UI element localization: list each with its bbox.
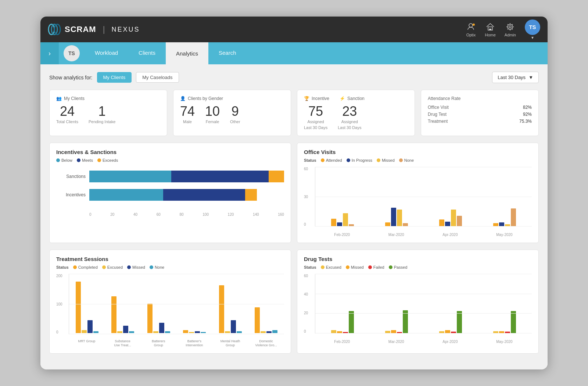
bar-group <box>385 208 408 226</box>
ts-bar <box>82 330 87 333</box>
ts-bar <box>159 323 164 333</box>
ts-bar <box>195 331 200 333</box>
drug-tests-chart-area: 6040200Feb-2020Mar-2020Apr-2020May-2020 <box>304 274 532 344</box>
x-labels: Feb-2020Mar-2020Apr-2020May-2020 <box>315 233 532 237</box>
chart-bars-area <box>315 274 532 333</box>
attendance-rows: Office Visit82%Drug Test92%Treatment75.3… <box>428 105 532 124</box>
app-wrapper: SCRAM | NEXUS Optix Home <box>40 17 548 369</box>
user-group-icon: 👥 <box>56 96 62 101</box>
nav-home[interactable]: Home <box>485 22 495 37</box>
office-visits-title: Office Visits <box>304 149 532 155</box>
ts-bar-group <box>111 296 134 333</box>
incentive-number: 75 Assigned Last 30 Days <box>304 105 327 130</box>
stat-card-attendance: Attendance Rate Office Visit82%Drug Test… <box>421 90 539 136</box>
svg-rect-6 <box>489 29 491 30</box>
legend-item: None <box>150 265 164 269</box>
grid-line <box>69 304 284 304</box>
charts-row-1: Incentives & Sanctions BelowMeetsExceeds… <box>49 143 539 243</box>
hbar-track <box>89 171 284 182</box>
legend-item: Missed <box>127 265 145 269</box>
incentives-sanctions-legend: BelowMeetsExceeds <box>56 158 284 162</box>
ts-bar <box>165 331 170 333</box>
bar <box>493 223 498 226</box>
hbar-label: Sanctions <box>56 174 86 179</box>
total-clients-value: 24 Total Clients <box>56 105 78 124</box>
sidebar-toggle[interactable]: › <box>40 42 59 64</box>
legend-item: Exceeds <box>97 158 118 162</box>
legend-item: None <box>399 158 414 162</box>
trophy-icon: 🏆 <box>304 96 309 101</box>
bar <box>457 311 462 333</box>
bar-group <box>493 311 516 333</box>
grid-line <box>315 333 532 333</box>
nav-optix[interactable]: Optix <box>466 22 476 37</box>
hbar-segment <box>171 171 269 182</box>
grid-line <box>315 274 532 274</box>
ts-bar <box>255 307 260 333</box>
date-range-dropdown[interactable]: Last 30 Days ▼ <box>492 72 539 83</box>
ts-bar <box>147 304 153 333</box>
gender-values: 74 Male 10 Female 9 Other <box>180 105 284 124</box>
tab-search[interactable]: Search <box>208 42 247 64</box>
user-avatar-secondary: TS <box>64 45 80 61</box>
filter-my-clients[interactable]: My Clients <box>97 72 132 83</box>
status-label: Status <box>304 158 316 162</box>
stat-card-incentive-sanction: 🏆 Incentive ⚡ Sanction 75 Assigned Last … <box>297 90 415 136</box>
grid-line <box>69 274 284 274</box>
bar-group <box>439 210 462 226</box>
dropdown-arrow-icon: ▼ <box>528 75 533 80</box>
chart-office-visits: Office Visits Status AttendedIn Progress… <box>297 143 539 243</box>
ts-bar <box>123 326 128 333</box>
hbar-segment <box>89 171 171 182</box>
ts-bar <box>219 285 224 333</box>
bar <box>391 208 396 226</box>
drug-tests-legend: Status ExcusedMissedFailedPassed <box>304 265 532 269</box>
my-clients-values: 24 Total Clients 1 Pending Intake <box>56 105 160 124</box>
legend-item: Meets <box>77 158 93 162</box>
tab-analytics[interactable]: Analytics <box>166 42 208 64</box>
grid-line <box>315 226 532 226</box>
ts-bar <box>183 330 188 333</box>
bar <box>331 219 336 226</box>
ts-x-labels: MRT GroupSubstance Use Treat...Batterers… <box>69 339 284 347</box>
ts-bar-group <box>147 304 170 333</box>
hbar-row: Sanctions <box>56 171 284 182</box>
tab-workload[interactable]: Workload <box>85 42 128 64</box>
ts-bar-group <box>255 307 277 333</box>
bar <box>511 208 516 226</box>
male-value: 74 Male <box>180 105 195 124</box>
hbar-segment <box>89 189 163 201</box>
nav-admin[interactable]: Admin <box>505 22 516 37</box>
dt-status-label: Status <box>304 265 316 269</box>
attendance-row: Drug Test92% <box>428 112 532 117</box>
incentives-sanctions-title: Incentives & Sanctions <box>56 149 284 155</box>
bar-group <box>331 213 354 226</box>
sanction-number: 23 Assigned Last 30 Days <box>338 105 361 130</box>
attendance-title: Attendance Rate <box>428 96 532 101</box>
tab-clients[interactable]: Clients <box>128 42 166 64</box>
user-icon: 👤 <box>180 96 186 101</box>
treatment-sessions-legend: Status CompletedExcusedMissedNone <box>56 265 284 269</box>
charts-row-2: Treatment Sessions Status CompletedExcus… <box>49 250 539 354</box>
bar <box>445 222 450 226</box>
bar-group <box>439 311 462 333</box>
ts-bar <box>87 320 93 333</box>
optix-label: Optix <box>466 33 476 37</box>
filter-my-caseloads[interactable]: My Caseloads <box>136 72 179 83</box>
legend-item: Missed <box>377 158 395 162</box>
bar <box>331 330 336 333</box>
ts-chart-area <box>69 274 284 334</box>
ts-bar <box>225 331 230 333</box>
hbar-label: Incentives <box>56 192 86 197</box>
other-value: 9 Other <box>230 105 240 124</box>
legend-dot <box>56 158 60 162</box>
ts-bar <box>266 331 272 333</box>
legend-item: Missed <box>346 265 364 269</box>
attendance-row: Treatment75.3% <box>428 119 532 124</box>
ts-bar <box>117 331 122 333</box>
ts-bar <box>272 330 277 333</box>
legend-item: Below <box>56 158 72 162</box>
user-avatar-top[interactable]: TS <box>525 19 540 35</box>
legend-item: Attended <box>321 158 342 162</box>
bar <box>397 210 402 226</box>
